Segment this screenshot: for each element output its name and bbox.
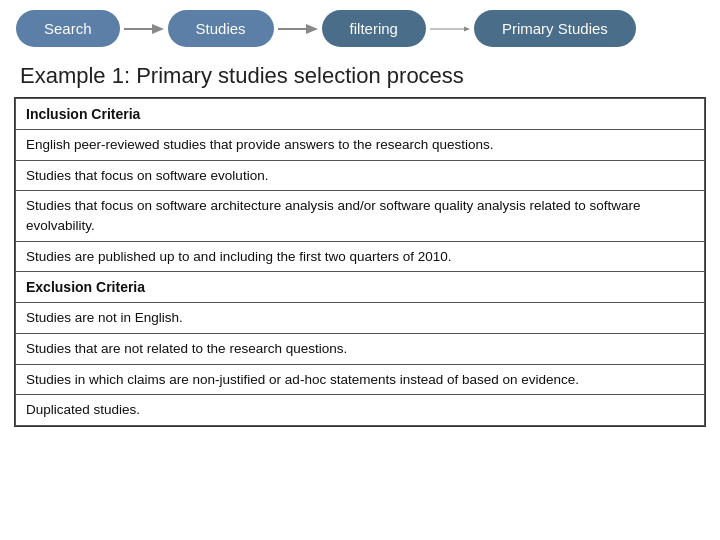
step-search: Search (16, 10, 120, 47)
step-primary: Primary Studies (474, 10, 636, 47)
table-row: Studies that focus on software architect… (16, 191, 705, 241)
criteria-table: Inclusion CriteriaEnglish peer-reviewed … (14, 97, 706, 427)
step-search-label: Search (16, 10, 120, 47)
step-studies: Studies (168, 10, 274, 47)
table-cell: Studies that are not related to the rese… (16, 333, 705, 364)
table-row: Studies are not in English. (16, 303, 705, 334)
svg-marker-5 (464, 26, 470, 31)
table-section-header: Exclusion Criteria (16, 272, 705, 303)
svg-marker-3 (306, 24, 318, 34)
arrow-2 (278, 19, 318, 39)
table-row: Studies that focus on software evolution… (16, 160, 705, 191)
table-cell: English peer-reviewed studies that provi… (16, 130, 705, 161)
table-cell: Studies in which claims are non-justifie… (16, 364, 705, 395)
table-cell: Studies are not in English. (16, 303, 705, 334)
page-title: Example 1: Primary studies selection pro… (0, 57, 720, 97)
table-cell: Studies that focus on software architect… (16, 191, 705, 241)
table-row: Studies in which claims are non-justifie… (16, 364, 705, 395)
table-row: Studies that are not related to the rese… (16, 333, 705, 364)
table-row: Studies are published up to and includin… (16, 241, 705, 272)
step-filtering-label: filtering (322, 10, 426, 47)
table-cell: Duplicated studies. (16, 395, 705, 426)
table-row: English peer-reviewed studies that provi… (16, 130, 705, 161)
table-cell: Studies that focus on software evolution… (16, 160, 705, 191)
step-primary-label: Primary Studies (474, 10, 636, 47)
table-cell: Studies are published up to and includin… (16, 241, 705, 272)
arrow-3 (430, 19, 470, 39)
step-studies-label: Studies (168, 10, 274, 47)
svg-marker-1 (152, 24, 164, 34)
table-row: Duplicated studies. (16, 395, 705, 426)
pipeline-bar: Search Studies filtering Primary Studies (0, 0, 720, 57)
step-filtering: filtering (322, 10, 426, 47)
table-section-header: Inclusion Criteria (16, 99, 705, 130)
arrow-1 (124, 19, 164, 39)
